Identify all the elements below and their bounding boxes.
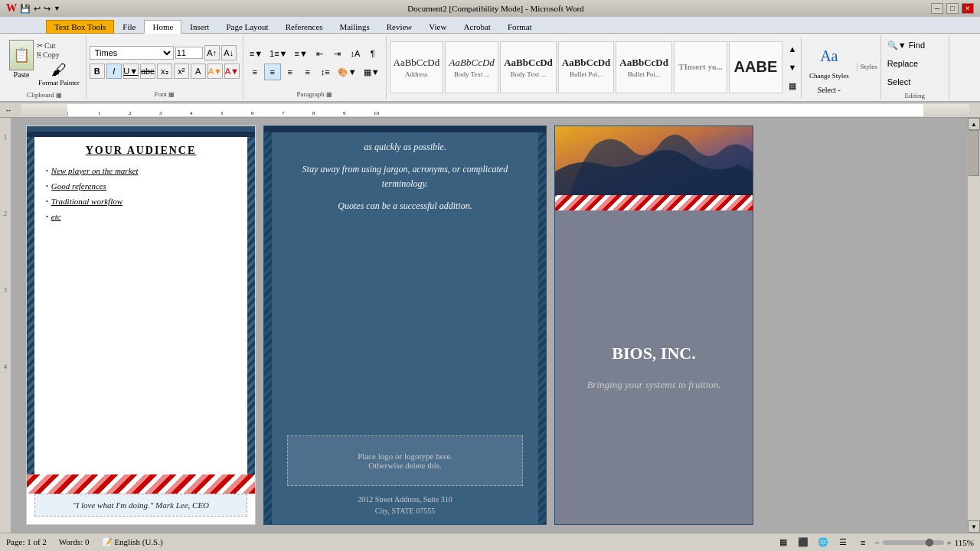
- para-expand-icon[interactable]: ▦: [326, 91, 332, 98]
- scrollbar-right[interactable]: ▲ ▼: [968, 118, 980, 533]
- style-address[interactable]: AaBbCcDd Address: [390, 41, 444, 93]
- tab-file[interactable]: File: [114, 20, 144, 33]
- paragraph-group: ≡▼ 1≡▼ ≡▼ ⇤ ⇥ ↕A ¶ ≡ ≡ ≡ ≡ ↕≡ 🎨▼ ▦▼ Para…: [243, 35, 387, 99]
- strikethrough-button[interactable]: abc: [140, 64, 155, 79]
- middle-spacer: [287, 222, 523, 428]
- style-heading[interactable]: AABE: [729, 41, 782, 93]
- body-text-1: as quickly as possible.: [287, 140, 523, 155]
- scroll-down-button[interactable]: ▼: [968, 520, 980, 533]
- superscript-button[interactable]: x²: [174, 64, 189, 79]
- tab-acrobat[interactable]: Acrobat: [455, 20, 498, 33]
- paste-button[interactable]: 📋 Paste: [8, 38, 35, 88]
- tab-view[interactable]: View: [420, 20, 455, 33]
- right-panel-stripe: [555, 195, 753, 210]
- subscript-button[interactable]: x₂: [157, 64, 172, 79]
- italic-button[interactable]: I: [106, 64, 122, 79]
- styles-scroll-down[interactable]: ▼: [784, 59, 801, 76]
- styles-scroll-up[interactable]: ▲: [784, 41, 801, 57]
- style-insert[interactable]: TInsert yo...: [674, 41, 727, 93]
- minimize-button[interactable]: ─: [931, 3, 943, 14]
- styles-more[interactable]: ▦: [784, 77, 801, 94]
- change-styles-button[interactable]: Aa Change Styles: [805, 40, 854, 81]
- font-color-button[interactable]: A▼: [224, 64, 240, 79]
- tab-home[interactable]: Home: [144, 20, 181, 34]
- sort-button[interactable]: ↕A: [347, 45, 364, 62]
- outline-button[interactable]: ☰: [835, 534, 851, 551]
- underline-button[interactable]: U▼: [123, 64, 139, 79]
- zoom-slider[interactable]: [883, 540, 944, 545]
- scroll-track: [968, 130, 980, 520]
- draft-button[interactable]: ≡: [854, 534, 871, 551]
- left-margin: 1 2 3 4: [0, 118, 11, 533]
- print-layout-button[interactable]: ▦: [775, 534, 792, 551]
- align-center-button[interactable]: ≡: [264, 64, 281, 80]
- web-layout-button[interactable]: 🌐: [815, 534, 831, 551]
- quick-access-undo[interactable]: ↩: [34, 4, 41, 14]
- style-bullet-2[interactable]: AaBbCcDd Bullet Poi...: [616, 41, 672, 93]
- style-body-text-2[interactable]: AaBbCcDd Body Text ...: [500, 41, 557, 93]
- style-bullet-1[interactable]: AaBbCcDd Bullet Poi...: [558, 41, 615, 93]
- format-painter-button[interactable]: 🖌 Format Painter: [37, 60, 81, 88]
- right-border-stripe: [247, 137, 255, 474]
- tab-page-layout[interactable]: Page Layout: [217, 20, 276, 33]
- select-button[interactable]: Select -: [805, 84, 854, 96]
- highlight-color-button[interactable]: A▼: [207, 64, 223, 79]
- replace-button[interactable]: Replace: [884, 55, 946, 72]
- para-controls: ≡▼ 1≡▼ ≡▼ ⇤ ⇥ ↕A ¶ ≡ ≡ ≡ ≡ ↕≡ 🎨▼ ▦▼: [247, 37, 383, 89]
- text-effects-button[interactable]: A: [191, 64, 206, 79]
- document-area[interactable]: YOUR AUDIENCE • New player on the market…: [11, 118, 968, 533]
- tab-format[interactable]: Format: [499, 20, 541, 33]
- tab-review[interactable]: Review: [378, 20, 421, 33]
- textbox-tools-tab[interactable]: Text Box Tools: [46, 20, 114, 34]
- tab-mailings[interactable]: Mailings: [332, 20, 378, 33]
- ribbon: 📋 Paste ✂ Cut ⎘ Copy 🖌 Format Painter: [0, 34, 980, 103]
- bullet-4: • etc: [46, 212, 236, 221]
- indent-decrease-button[interactable]: ⇤: [312, 45, 328, 62]
- quick-access-more[interactable]: ▼: [54, 5, 60, 12]
- font-size-input[interactable]: [175, 47, 203, 59]
- multilevel-list-button[interactable]: ≡▼: [292, 45, 311, 62]
- ruler-area: ↔ | 1 2 3 4 5 6 7 8 9 10: [0, 103, 980, 118]
- zoom-in-button[interactable]: +: [947, 538, 952, 547]
- border-button[interactable]: ▦▼: [361, 64, 383, 80]
- justify-button[interactable]: ≡: [299, 64, 316, 80]
- style-body-text-1[interactable]: AaBbCcDd Body Text ...: [445, 41, 498, 93]
- zoom-level[interactable]: 115%: [955, 538, 974, 547]
- right-panel: BIOS, INC. Bringing your systems to frui…: [554, 126, 753, 525]
- clipboard-expand-icon[interactable]: ▦: [56, 92, 62, 99]
- tab-references[interactable]: References: [277, 20, 332, 33]
- zoom-out-button[interactable]: −: [874, 538, 879, 547]
- indent-increase-button[interactable]: ⇥: [329, 45, 346, 62]
- middle-panel-content: as quickly as possible. Stay away from u…: [272, 132, 538, 524]
- select-all-button[interactable]: Select: [884, 73, 946, 90]
- copy-button[interactable]: ⎘ Copy: [37, 51, 81, 59]
- cut-button[interactable]: ✂ Cut: [37, 41, 81, 50]
- main-area: 1 2 3 4 YOUR AUDIENCE • New player on th…: [0, 118, 980, 533]
- full-screen-button[interactable]: ⬛: [795, 534, 812, 551]
- quick-access-redo[interactable]: ↪: [44, 4, 51, 14]
- shading-button[interactable]: 🎨▼: [335, 64, 360, 80]
- font-name-select[interactable]: Times: [90, 46, 174, 60]
- bullets-button[interactable]: ≡▼: [247, 45, 266, 62]
- numbering-button[interactable]: 1≡▼: [266, 45, 290, 62]
- increase-font-button[interactable]: A↑: [204, 45, 220, 60]
- tab-insert[interactable]: Insert: [181, 20, 217, 33]
- scroll-up-button[interactable]: ▲: [968, 118, 980, 130]
- bullet-text-1: New player on the market: [51, 166, 139, 175]
- scroll-thumb[interactable]: [969, 130, 979, 176]
- quick-access-save[interactable]: 💾: [20, 4, 31, 14]
- line-spacing-button[interactable]: ↕≡: [317, 64, 334, 80]
- language-indicator[interactable]: 📝 English (U.S.): [102, 537, 163, 547]
- zoom-thumb: [926, 539, 933, 546]
- maximize-button[interactable]: □: [946, 3, 959, 14]
- font-expand-icon[interactable]: ▦: [168, 91, 175, 98]
- show-formatting-button[interactable]: ¶: [364, 45, 381, 62]
- find-button[interactable]: 🔍 ▼ Find: [884, 37, 946, 54]
- align-right-button[interactable]: ≡: [282, 64, 299, 80]
- bullet-dot-3: •: [46, 198, 48, 205]
- bold-button[interactable]: B: [90, 64, 105, 79]
- close-button[interactable]: ✕: [962, 3, 974, 14]
- left-panel-body: YOUR AUDIENCE • New player on the market…: [27, 137, 255, 474]
- align-left-button[interactable]: ≡: [247, 64, 263, 80]
- decrease-font-button[interactable]: A↓: [221, 45, 237, 60]
